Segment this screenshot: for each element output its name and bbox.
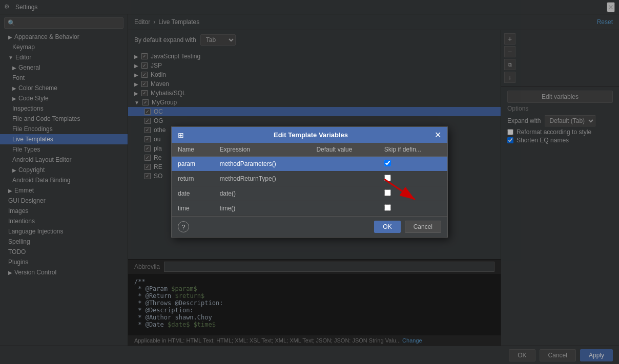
cell-name: date: [172, 186, 214, 201]
modal-ok-button[interactable]: OK: [374, 221, 400, 233]
modal-footer-left: ?: [178, 221, 189, 232]
modal-close-button[interactable]: ✕: [435, 130, 441, 140]
col-name: Name: [172, 143, 214, 157]
col-expression: Expression: [214, 143, 311, 157]
modal-icon: ⊞: [178, 131, 184, 139]
cell-skip[interactable]: [378, 201, 447, 216]
edit-template-variables-modal: ⊞ Edit Template Variables ✕ Name Express…: [171, 126, 448, 238]
cell-skip[interactable]: [378, 172, 447, 186]
variables-table: Name Expression Default value Skip if de…: [172, 143, 447, 216]
cell-skip[interactable]: [378, 186, 447, 201]
cell-name: param: [172, 157, 214, 172]
cell-name: time: [172, 201, 214, 216]
table-row[interactable]: return methodReturnType(): [172, 172, 447, 186]
cell-default: [310, 186, 378, 201]
modal-footer: ? OK Cancel: [172, 216, 447, 237]
help-button[interactable]: ?: [178, 221, 189, 232]
cell-default: [310, 157, 378, 172]
cell-expression: time(): [214, 201, 311, 216]
table-row[interactable]: param methodParameters(): [172, 157, 447, 172]
cell-expression: methodParameters(): [214, 157, 311, 172]
cell-name: return: [172, 172, 214, 186]
modal-overlay: ⊞ Edit Template Variables ✕ Name Express…: [0, 0, 619, 364]
cell-default: [310, 172, 378, 186]
table-row[interactable]: time time(): [172, 201, 447, 216]
modal-footer-right: OK Cancel: [374, 221, 441, 233]
modal-body: Name Expression Default value Skip if de…: [172, 143, 447, 216]
modal-title: Edit Template Variables: [274, 131, 348, 139]
table-row[interactable]: date date(): [172, 186, 447, 201]
modal-cancel-button[interactable]: Cancel: [405, 221, 441, 233]
col-skip: Skip if defin...: [378, 143, 447, 157]
col-default: Default value: [310, 143, 378, 157]
cell-skip[interactable]: [378, 157, 447, 172]
cell-expression: date(): [214, 186, 311, 201]
cell-default: [310, 201, 378, 216]
cell-expression: methodReturnType(): [214, 172, 311, 186]
modal-header: ⊞ Edit Template Variables ✕: [172, 127, 447, 143]
